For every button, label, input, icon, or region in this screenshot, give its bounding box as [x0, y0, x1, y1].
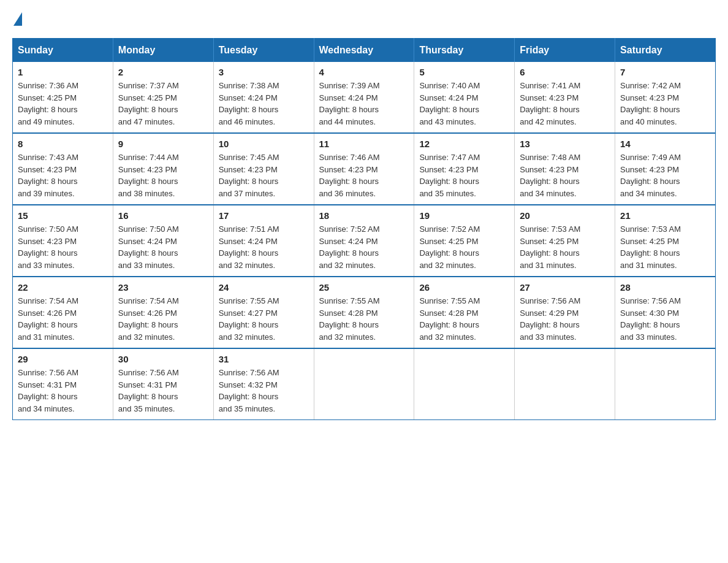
- day-number: 18: [319, 210, 409, 221]
- day-number: 13: [520, 139, 610, 149]
- header-row: SundayMondayTuesdayWednesdayThursdayFrid…: [13, 39, 716, 63]
- day-number: 5: [419, 67, 509, 77]
- day-info: Sunrise: 7:56 AM Sunset: 4:32 PM Dayligh…: [219, 367, 309, 415]
- day-number: 3: [219, 67, 309, 77]
- calendar-week-3: 15 Sunrise: 7:50 AM Sunset: 4:23 PM Dayl…: [13, 205, 716, 277]
- calendar-cell: 7 Sunrise: 7:42 AM Sunset: 4:23 PM Dayli…: [615, 62, 716, 133]
- day-info: Sunrise: 7:56 AM Sunset: 4:31 PM Dayligh…: [118, 367, 208, 415]
- calendar-cell: 23 Sunrise: 7:54 AM Sunset: 4:26 PM Dayl…: [113, 277, 213, 348]
- day-info: Sunrise: 7:56 AM Sunset: 4:30 PM Dayligh…: [620, 295, 710, 343]
- day-info: Sunrise: 7:51 AM Sunset: 4:24 PM Dayligh…: [219, 223, 309, 271]
- calendar-cell: 31 Sunrise: 7:56 AM Sunset: 4:32 PM Dayl…: [213, 348, 314, 420]
- day-info: Sunrise: 7:44 AM Sunset: 4:23 PM Dayligh…: [118, 151, 208, 199]
- calendar-cell: 6 Sunrise: 7:41 AM Sunset: 4:23 PM Dayli…: [515, 62, 615, 133]
- day-number: 21: [620, 210, 710, 221]
- header-day-monday: Monday: [113, 39, 213, 63]
- calendar-cell: [414, 348, 515, 420]
- header-day-friday: Friday: [515, 39, 615, 63]
- day-number: 1: [18, 67, 108, 77]
- day-info: Sunrise: 7:42 AM Sunset: 4:23 PM Dayligh…: [620, 80, 710, 128]
- day-number: 8: [18, 139, 108, 149]
- logo: [12, 12, 22, 26]
- header-day-saturday: Saturday: [615, 39, 716, 63]
- day-number: 26: [419, 282, 509, 293]
- header-day-wednesday: Wednesday: [314, 39, 414, 63]
- day-info: Sunrise: 7:47 AM Sunset: 4:23 PM Dayligh…: [419, 151, 509, 199]
- day-info: Sunrise: 7:55 AM Sunset: 4:27 PM Dayligh…: [219, 295, 309, 343]
- calendar-cell: 2 Sunrise: 7:37 AM Sunset: 4:25 PM Dayli…: [113, 62, 213, 133]
- day-number: 4: [319, 67, 409, 77]
- calendar-cell: [615, 348, 716, 420]
- day-number: 24: [219, 282, 309, 293]
- calendar-cell: 11 Sunrise: 7:46 AM Sunset: 4:23 PM Dayl…: [314, 133, 414, 205]
- calendar-week-4: 22 Sunrise: 7:54 AM Sunset: 4:26 PM Dayl…: [13, 277, 716, 348]
- day-info: Sunrise: 7:54 AM Sunset: 4:26 PM Dayligh…: [18, 295, 108, 343]
- day-info: Sunrise: 7:43 AM Sunset: 4:23 PM Dayligh…: [18, 151, 108, 199]
- calendar-cell: 18 Sunrise: 7:52 AM Sunset: 4:24 PM Dayl…: [314, 205, 414, 277]
- day-info: Sunrise: 7:54 AM Sunset: 4:26 PM Dayligh…: [118, 295, 208, 343]
- calendar-cell: 15 Sunrise: 7:50 AM Sunset: 4:23 PM Dayl…: [13, 205, 113, 277]
- calendar-cell: 8 Sunrise: 7:43 AM Sunset: 4:23 PM Dayli…: [13, 133, 113, 205]
- day-number: 22: [18, 282, 108, 293]
- day-number: 12: [419, 139, 509, 149]
- calendar-week-5: 29 Sunrise: 7:56 AM Sunset: 4:31 PM Dayl…: [13, 348, 716, 420]
- calendar-cell: 12 Sunrise: 7:47 AM Sunset: 4:23 PM Dayl…: [414, 133, 515, 205]
- day-info: Sunrise: 7:52 AM Sunset: 4:24 PM Dayligh…: [319, 223, 409, 271]
- day-number: 30: [118, 354, 208, 364]
- day-info: Sunrise: 7:40 AM Sunset: 4:24 PM Dayligh…: [419, 80, 509, 128]
- day-number: 9: [118, 139, 208, 149]
- calendar-cell: [314, 348, 414, 420]
- calendar-cell: 4 Sunrise: 7:39 AM Sunset: 4:24 PM Dayli…: [314, 62, 414, 133]
- day-number: 19: [419, 210, 509, 221]
- calendar-cell: 24 Sunrise: 7:55 AM Sunset: 4:27 PM Dayl…: [213, 277, 314, 348]
- day-info: Sunrise: 7:53 AM Sunset: 4:25 PM Dayligh…: [520, 223, 610, 271]
- day-number: 31: [219, 354, 309, 364]
- day-info: Sunrise: 7:56 AM Sunset: 4:31 PM Dayligh…: [18, 367, 108, 415]
- calendar-cell: 26 Sunrise: 7:55 AM Sunset: 4:28 PM Dayl…: [414, 277, 515, 348]
- calendar-week-1: 1 Sunrise: 7:36 AM Sunset: 4:25 PM Dayli…: [13, 62, 716, 133]
- day-number: 17: [219, 210, 309, 221]
- calendar-cell: 13 Sunrise: 7:48 AM Sunset: 4:23 PM Dayl…: [515, 133, 615, 205]
- day-number: 7: [620, 67, 710, 77]
- day-info: Sunrise: 7:36 AM Sunset: 4:25 PM Dayligh…: [18, 80, 108, 128]
- calendar-week-2: 8 Sunrise: 7:43 AM Sunset: 4:23 PM Dayli…: [13, 133, 716, 205]
- day-info: Sunrise: 7:49 AM Sunset: 4:23 PM Dayligh…: [620, 151, 710, 199]
- day-info: Sunrise: 7:55 AM Sunset: 4:28 PM Dayligh…: [319, 295, 409, 343]
- day-number: 27: [520, 282, 610, 293]
- day-info: Sunrise: 7:37 AM Sunset: 4:25 PM Dayligh…: [118, 80, 208, 128]
- day-info: Sunrise: 7:56 AM Sunset: 4:29 PM Dayligh…: [520, 295, 610, 343]
- calendar-cell: 30 Sunrise: 7:56 AM Sunset: 4:31 PM Dayl…: [113, 348, 213, 420]
- day-info: Sunrise: 7:46 AM Sunset: 4:23 PM Dayligh…: [319, 151, 409, 199]
- day-info: Sunrise: 7:45 AM Sunset: 4:23 PM Dayligh…: [219, 151, 309, 199]
- calendar-header: SundayMondayTuesdayWednesdayThursdayFrid…: [13, 39, 716, 63]
- day-number: 2: [118, 67, 208, 77]
- header-day-thursday: Thursday: [414, 39, 515, 63]
- calendar-cell: 27 Sunrise: 7:56 AM Sunset: 4:29 PM Dayl…: [515, 277, 615, 348]
- day-number: 28: [620, 282, 710, 293]
- calendar-cell: 16 Sunrise: 7:50 AM Sunset: 4:24 PM Dayl…: [113, 205, 213, 277]
- day-info: Sunrise: 7:48 AM Sunset: 4:23 PM Dayligh…: [520, 151, 610, 199]
- day-number: 29: [18, 354, 108, 364]
- calendar-cell: 5 Sunrise: 7:40 AM Sunset: 4:24 PM Dayli…: [414, 62, 515, 133]
- calendar-cell: 17 Sunrise: 7:51 AM Sunset: 4:24 PM Dayl…: [213, 205, 314, 277]
- day-info: Sunrise: 7:38 AM Sunset: 4:24 PM Dayligh…: [219, 80, 309, 128]
- calendar-cell: 21 Sunrise: 7:53 AM Sunset: 4:25 PM Dayl…: [615, 205, 716, 277]
- calendar-cell: [515, 348, 615, 420]
- day-number: 16: [118, 210, 208, 221]
- day-info: Sunrise: 7:55 AM Sunset: 4:28 PM Dayligh…: [419, 295, 509, 343]
- header-day-tuesday: Tuesday: [213, 39, 314, 63]
- calendar-cell: 28 Sunrise: 7:56 AM Sunset: 4:30 PM Dayl…: [615, 277, 716, 348]
- calendar-cell: 10 Sunrise: 7:45 AM Sunset: 4:23 PM Dayl…: [213, 133, 314, 205]
- day-number: 11: [319, 139, 409, 149]
- page-header: [12, 12, 716, 26]
- day-info: Sunrise: 7:39 AM Sunset: 4:24 PM Dayligh…: [319, 80, 409, 128]
- calendar-cell: 29 Sunrise: 7:56 AM Sunset: 4:31 PM Dayl…: [13, 348, 113, 420]
- calendar-cell: 1 Sunrise: 7:36 AM Sunset: 4:25 PM Dayli…: [13, 62, 113, 133]
- calendar-cell: 14 Sunrise: 7:49 AM Sunset: 4:23 PM Dayl…: [615, 133, 716, 205]
- calendar-cell: 25 Sunrise: 7:55 AM Sunset: 4:28 PM Dayl…: [314, 277, 414, 348]
- calendar-body: 1 Sunrise: 7:36 AM Sunset: 4:25 PM Dayli…: [13, 62, 716, 420]
- day-info: Sunrise: 7:50 AM Sunset: 4:23 PM Dayligh…: [18, 223, 108, 271]
- day-info: Sunrise: 7:50 AM Sunset: 4:24 PM Dayligh…: [118, 223, 208, 271]
- day-number: 14: [620, 139, 710, 149]
- day-number: 25: [319, 282, 409, 293]
